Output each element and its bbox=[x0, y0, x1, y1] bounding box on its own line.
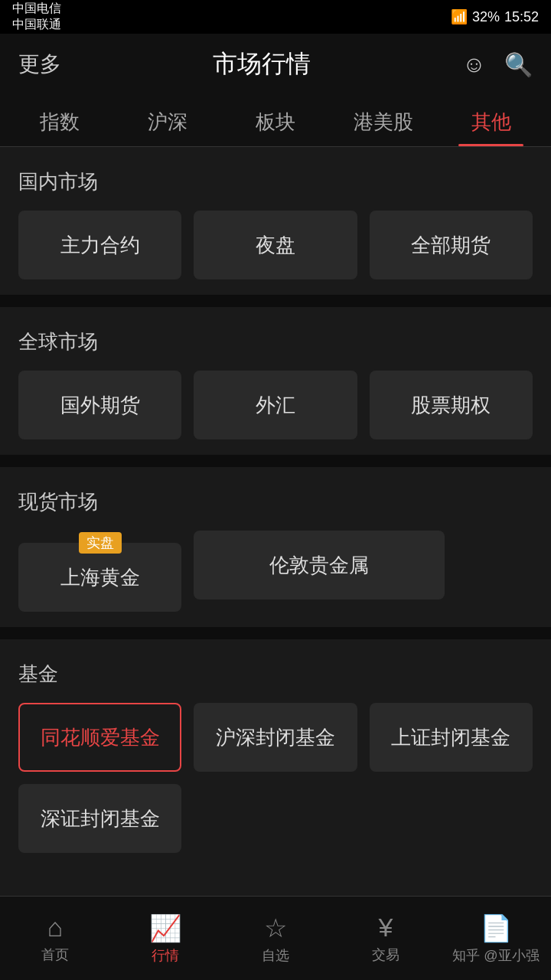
carrier-info: 中国电信 中国联通 bbox=[12, 1, 61, 33]
card-night-session[interactable]: 夜盘 bbox=[194, 211, 357, 279]
time-display: 15:52 bbox=[504, 9, 539, 25]
nav-home-label: 首页 bbox=[41, 946, 69, 964]
tab-hkus[interactable]: 港美股 bbox=[329, 95, 437, 146]
nav-market-label: 行情 bbox=[152, 946, 179, 965]
card-stock-options[interactable]: 股票期权 bbox=[370, 371, 533, 439]
card-all-futures[interactable]: 全部期货 bbox=[370, 211, 533, 279]
home-icon: ⌂ bbox=[47, 913, 64, 942]
status-right: 📶 32% 15:52 bbox=[451, 8, 539, 25]
robot-icon[interactable]: ☺ bbox=[462, 51, 486, 78]
carrier2: 中国联通 bbox=[12, 17, 61, 33]
nav-zhihu-label: 知乎 @亚小强 bbox=[452, 946, 539, 965]
signal-icon: 📶 bbox=[451, 8, 468, 25]
section-domestic-title: 国内市场 bbox=[18, 168, 533, 195]
carrier1: 中国电信 bbox=[12, 1, 61, 17]
section-global-title: 全球市场 bbox=[18, 328, 533, 355]
nav-tabs: 指数 沪深 板块 港美股 其他 bbox=[0, 95, 551, 147]
card-forex[interactable]: 外汇 bbox=[194, 371, 357, 439]
card-foreign-futures[interactable]: 国外期货 bbox=[18, 371, 181, 439]
card-tonghuashun-fund[interactable]: 同花顺爱基金 bbox=[18, 703, 181, 772]
status-bar: 中国电信 中国联通 📶 32% 15:52 bbox=[0, 0, 551, 34]
fund-card-grid: 同花顺爱基金 沪深封闭基金 上证封闭基金 深证封闭基金 bbox=[18, 703, 533, 853]
section-global: 全球市场 国外期货 外汇 股票期权 bbox=[0, 307, 551, 455]
nav-home[interactable]: ⌂ 首页 bbox=[0, 897, 110, 980]
card-shanghai-gold[interactable]: 实盘 上海黄金 bbox=[18, 543, 181, 612]
back-button[interactable]: 更多 bbox=[18, 50, 61, 79]
bottom-nav: ⌂ 首页 📈 行情 ☆ 自选 ¥ 交易 📄 知乎 @亚小强 bbox=[0, 896, 551, 980]
nav-watchlist-label: 自选 bbox=[262, 946, 289, 965]
header: 更多 市场行情 ☺ 🔍 bbox=[0, 34, 551, 95]
star-icon: ☆ bbox=[264, 913, 287, 943]
battery-text: 32% bbox=[472, 9, 500, 25]
nav-watchlist[interactable]: ☆ 自选 bbox=[220, 897, 331, 980]
card-hushen-closed[interactable]: 沪深封闭基金 bbox=[194, 703, 357, 772]
nav-market[interactable]: 📈 行情 bbox=[110, 897, 220, 980]
nav-trade[interactable]: ¥ 交易 bbox=[331, 897, 441, 980]
card-shzh-closed[interactable]: 上证封闭基金 bbox=[370, 703, 533, 772]
tab-hushen[interactable]: 沪深 bbox=[114, 95, 222, 146]
section-fund-title: 基金 bbox=[18, 661, 533, 688]
card-london-gold[interactable]: 伦敦贵金属 bbox=[194, 531, 445, 599]
section-fund: 基金 同花顺爱基金 沪深封闭基金 上证封闭基金 深证封闭基金 bbox=[0, 639, 551, 868]
card-shenzhen-closed[interactable]: 深证封闭基金 bbox=[18, 784, 181, 853]
header-icons: ☺ 🔍 bbox=[462, 51, 533, 78]
nav-trade-label: 交易 bbox=[372, 946, 399, 964]
card-main-contract[interactable]: 主力合约 bbox=[18, 211, 181, 279]
section-domestic: 国内市场 主力合约 夜盘 全部期货 bbox=[0, 147, 551, 295]
global-card-grid: 国外期货 外汇 股票期权 bbox=[18, 371, 533, 439]
page-title: 市场行情 bbox=[213, 47, 311, 81]
section-spot: 现货市场 实盘 上海黄金 伦敦贵金属 bbox=[0, 467, 551, 627]
article-icon: 📄 bbox=[480, 913, 512, 943]
trade-icon: ¥ bbox=[379, 913, 393, 942]
chart-icon: 📈 bbox=[149, 913, 181, 943]
domestic-card-grid: 主力合约 夜盘 全部期货 bbox=[18, 211, 533, 279]
live-badge: 实盘 bbox=[79, 532, 122, 554]
tab-sector[interactable]: 板块 bbox=[222, 95, 330, 146]
search-icon[interactable]: 🔍 bbox=[504, 51, 533, 78]
nav-zhihu[interactable]: 📄 知乎 @亚小强 bbox=[441, 897, 551, 980]
tab-indices[interactable]: 指数 bbox=[6, 95, 114, 146]
tab-other[interactable]: 其他 bbox=[437, 95, 545, 146]
section-spot-title: 现货市场 bbox=[18, 488, 533, 515]
spot-card-grid: 实盘 上海黄金 伦敦贵金属 bbox=[18, 531, 533, 612]
